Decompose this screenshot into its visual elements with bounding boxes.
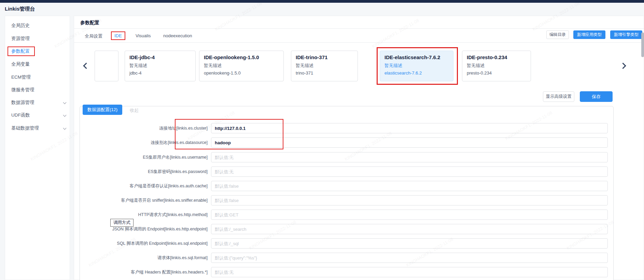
config-label: 连接地址[linkis.es.cluster] [81, 123, 208, 133]
engine-card-version: openlookeng-1.5.0 [204, 70, 279, 76]
call-method-group-label: 调用方式 [110, 219, 134, 227]
engine-card-desc: 暂无描述 [296, 63, 353, 69]
engine-card-version: jdbc-4 [129, 70, 191, 76]
config-label: 客户端是否开启 sniffer[linkis.es.sniffer.enable… [81, 195, 208, 205]
config-label: 连接别名[linkis.es.datasource] [81, 137, 208, 148]
sidebar-item-global-variables[interactable]: 全局变量 [11, 60, 56, 68]
engine-card-openlookeng[interactable]: IDE-openlookeng-1.5.0 暂无描述 openlookeng-1… [199, 51, 284, 81]
tab-global-settings[interactable]: 全局设置 [85, 33, 102, 39]
engine-card-desc: 暂无描述 [467, 63, 526, 69]
divider [74, 28, 644, 29]
sidebar-item-basic-data-management[interactable]: 基础数据管理 [11, 124, 56, 132]
engine-card-title: IDE-trino-371 [296, 54, 353, 60]
engine-card-desc: 暂无描述 [204, 63, 279, 69]
config-input-http-endpoint[interactable] [211, 224, 608, 234]
engine-card-elasticsearch[interactable]: IDE-elasticsearch-7.6.2 暂无描述 elasticsear… [380, 51, 453, 81]
engine-card-title: IDE-openlookeng-1.5.0 [204, 54, 279, 60]
tab-nodeexecution[interactable]: nodeexecution [163, 33, 192, 38]
add-engine-type-button[interactable]: 新增引擎类型 [610, 30, 642, 39]
engine-card-title: IDE-jdbc-4 [129, 54, 191, 60]
engine-card-trino[interactable]: IDE-trino-371 暂无描述 trino-371 [291, 51, 358, 81]
config-label: HTTP请求方式[linkis.es.http.method] [81, 210, 208, 220]
config-label: ES集群用户名[linkis.es.username] [81, 152, 208, 162]
tab-visualis[interactable]: Visualis [136, 33, 151, 38]
save-button[interactable]: 保存 [580, 91, 613, 102]
config-input-sql-format[interactable] [211, 253, 608, 263]
config-input-sql-endpoint[interactable] [211, 238, 608, 249]
vertical-scrollbar[interactable] [641, 32, 644, 57]
engine-card-version: elasticsearch-7.6.2 [384, 70, 449, 76]
edit-catalog-button[interactable]: 编辑目录 [546, 30, 569, 39]
config-label: 客户端 Headers 配置[linkis.es.headers.*] [81, 267, 208, 277]
engine-card-title: IDE-elasticsearch-7.6.2 [384, 54, 449, 60]
app-title: Linkis管理台 [5, 6, 35, 12]
config-label: 客户端是否缓存认证[linkis.es.auth.cache] [81, 181, 208, 191]
linkis-console: Linkis管理台 全局历史 资源管理 参数配置 全局变量 ECM管理 微服务管… [0, 0, 644, 280]
config-input-password[interactable] [211, 166, 608, 177]
config-label: JSON 脚本调用的 Endpoint[linkis.es.http.endpo… [81, 224, 208, 234]
config-input-username[interactable] [211, 152, 608, 162]
config-input-sniffer-enable[interactable] [211, 195, 608, 205]
config-input-http-method[interactable] [211, 210, 608, 220]
sidebar-item-udf-functions[interactable]: UDF函数 [11, 111, 56, 119]
page-title: 参数配置 [80, 20, 99, 26]
panel-tab-datasource-config[interactable]: 数据源配置(12) [83, 105, 122, 115]
engine-card-presto[interactable]: IDE-presto-0.234 暂无描述 presto-0.234 [462, 51, 531, 81]
top-bar [0, 0, 644, 3]
config-label: ES集群密码[linkis.es.password] [81, 166, 208, 177]
engine-card-version: presto-0.234 [467, 70, 526, 76]
panel-tab-collapse[interactable]: 收起 [130, 107, 139, 114]
config-input-datasource[interactable] [211, 137, 608, 148]
sidebar-item-ecm-management[interactable]: ECM管理 [11, 73, 56, 81]
sidebar-item-global-history[interactable]: 全局历史 [11, 22, 56, 30]
show-advanced-settings-button[interactable]: 显示高级设置 [543, 91, 574, 102]
divider [74, 42, 644, 43]
config-input-auth-cache[interactable] [211, 181, 608, 191]
engine-card-title: IDE-presto-0.234 [467, 54, 526, 60]
engine-card-version: trino-371 [296, 70, 353, 76]
config-label: SQL 脚本调用的 Endpoint[linkis.es.sql.endpoin… [81, 238, 208, 249]
engine-card-desc: 暂无描述 [129, 63, 191, 69]
sidebar-item-microservice-management[interactable]: 微服务管理 [11, 86, 56, 94]
add-app-type-button[interactable]: 新增应用类型 [573, 30, 605, 39]
config-input-cluster[interactable] [211, 123, 608, 133]
config-input-headers[interactable] [211, 267, 608, 277]
tab-ide[interactable]: IDE [114, 33, 122, 38]
sidebar-item-datasource-management[interactable]: 数据源管理 [11, 98, 56, 107]
engine-card-partial[interactable] [95, 51, 118, 81]
engine-card-desc: 暂无描述 [384, 63, 449, 69]
engine-card-jdbc[interactable]: IDE-jdbc-4 暂无描述 jdbc-4 [125, 51, 196, 81]
config-label: 请求体[linkis.es.sql.format] [81, 253, 208, 263]
sidebar-item-parameter-config[interactable]: 参数配置 [11, 47, 56, 55]
sidebar-item-resource-management[interactable]: 资源管理 [11, 35, 56, 43]
